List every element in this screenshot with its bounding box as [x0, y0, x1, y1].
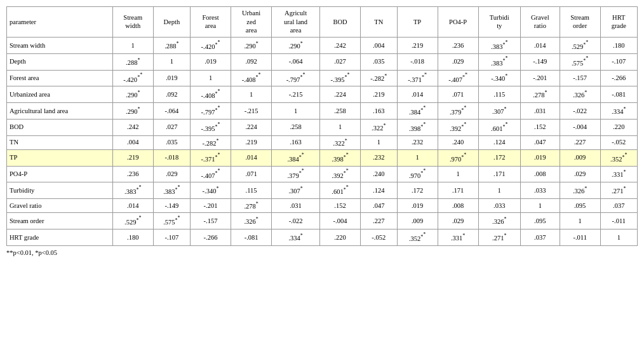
cell-value: .220: [320, 229, 361, 246]
cell-value: .529**: [112, 213, 153, 229]
cell-value: .220: [600, 119, 637, 135]
row-label: Forest area: [7, 70, 113, 86]
cell-value: .290*: [112, 103, 153, 120]
cell-value: .278*: [231, 199, 272, 213]
cell-value: -.107: [153, 229, 190, 246]
cell-value: .115: [231, 182, 272, 199]
cell-value: 1: [560, 213, 600, 229]
cell-value: -.157: [560, 70, 600, 86]
cell-value: .331*: [600, 166, 637, 182]
cell-value: .219: [361, 86, 397, 103]
col-header-stream-order: Streamorder: [560, 7, 600, 38]
col-header-agricultural-land-area: Agricultural landarea: [272, 7, 320, 38]
cell-value: .009: [560, 149, 600, 166]
table-container: parameter Streamwidth Depth Forestarea U…: [6, 6, 638, 256]
cell-value: .152: [320, 199, 361, 213]
cell-value: 1: [272, 103, 320, 120]
col-header-forest-area: Forestarea: [191, 7, 231, 38]
table-row: HRT grade.180-.107-.266-.081.334*.220-.0…: [7, 229, 638, 246]
table-footnote: **p<0.01, *p<0.05: [6, 249, 638, 256]
table-row: BOD.242.027-.395**.224.2581.322*.398**.3…: [7, 119, 638, 135]
cell-value: .384**: [272, 149, 320, 166]
cell-value: .258: [272, 119, 320, 135]
cell-value: .014: [112, 199, 153, 213]
cell-value: .115: [478, 86, 520, 103]
cell-value: -.201: [520, 70, 560, 86]
cell-value: -.797**: [191, 103, 231, 120]
cell-value: 1: [153, 53, 190, 70]
cell-value: .029: [438, 213, 478, 229]
cell-value: .383**: [478, 37, 520, 53]
row-label: Turbidity: [7, 182, 113, 199]
cell-value: .392**: [438, 119, 478, 135]
col-header-tp: TP: [397, 7, 438, 38]
cell-value: -.018: [153, 149, 190, 166]
cell-value: .172: [478, 149, 520, 166]
cell-value: .326*: [560, 86, 600, 103]
cell-value: -.081: [600, 86, 637, 103]
cell-value: .092: [231, 53, 272, 70]
cell-value: 1: [520, 199, 560, 213]
cell-value: .290*: [231, 37, 272, 53]
cell-value: -.201: [191, 199, 231, 213]
cell-value: .970**: [438, 149, 478, 166]
cell-value: .529**: [560, 37, 600, 53]
cell-value: .601**: [478, 119, 520, 135]
cell-value: .047: [520, 135, 560, 149]
cell-value: .970**: [397, 166, 438, 182]
cell-value: 1: [478, 182, 520, 199]
col-header-bod: BOD: [320, 7, 361, 38]
cell-value: .004: [361, 37, 397, 53]
cell-value: .180: [600, 37, 637, 53]
cell-value: .227: [560, 135, 600, 149]
table-row: TN.004.035-.282*.219.163.322*1.232.240.1…: [7, 135, 638, 149]
cell-value: .029: [153, 166, 190, 182]
row-label: Stream width: [7, 37, 113, 53]
cell-value: .029: [438, 53, 478, 70]
cell-value: -.407**: [191, 166, 231, 182]
cell-value: .071: [231, 166, 272, 182]
cell-value: -.395**: [191, 119, 231, 135]
col-header-po4p: PO4-P: [438, 7, 478, 38]
cell-value: -.064: [272, 53, 320, 70]
cell-value: -.395**: [320, 70, 361, 86]
cell-value: .092: [153, 86, 190, 103]
col-header-tn: TN: [361, 7, 397, 38]
cell-value: .383**: [478, 53, 520, 70]
cell-value: .307*: [272, 182, 320, 199]
cell-value: .095: [560, 199, 600, 213]
cell-value: -.064: [153, 103, 190, 120]
cell-value: -.371**: [397, 70, 438, 86]
cell-value: -.004: [320, 213, 361, 229]
cell-value: .008: [438, 199, 478, 213]
cell-value: .322*: [361, 119, 397, 135]
cell-value: .398**: [320, 149, 361, 166]
cell-value: .288*: [153, 37, 190, 53]
cell-value: .236: [112, 166, 153, 182]
table-row: Turbidity.383**.383**-.340*.115.307*.601…: [7, 182, 638, 199]
cell-value: .398**: [397, 119, 438, 135]
row-label: TP: [7, 149, 113, 166]
cell-value: .033: [478, 199, 520, 213]
cell-value: .379**: [272, 166, 320, 182]
cell-value: .019: [520, 149, 560, 166]
cell-value: .258: [320, 103, 361, 120]
col-header-hrt-grade: HRTgrade: [600, 7, 637, 38]
cell-value: .224: [320, 86, 361, 103]
cell-value: .014: [397, 86, 438, 103]
table-row: Agricultural land area.290*-.064-.797**-…: [7, 103, 638, 120]
footnote-single-star: *p<0.05: [35, 249, 57, 256]
cell-value: .031: [520, 103, 560, 120]
table-row: Stream order.529**.575**-.157.326*-.022-…: [7, 213, 638, 229]
cell-value: -.022: [560, 103, 600, 120]
cell-value: -.004: [560, 119, 600, 135]
cell-value: .352**: [397, 229, 438, 246]
cell-value: .095: [520, 213, 560, 229]
header-row: parameter Streamwidth Depth Forestarea U…: [7, 7, 638, 38]
cell-value: 1: [600, 229, 637, 246]
cell-value: .326*: [560, 182, 600, 199]
cell-value: .290*: [272, 37, 320, 53]
cell-value: -.107: [600, 53, 637, 70]
cell-value: -.022: [272, 213, 320, 229]
cell-value: .009: [397, 213, 438, 229]
